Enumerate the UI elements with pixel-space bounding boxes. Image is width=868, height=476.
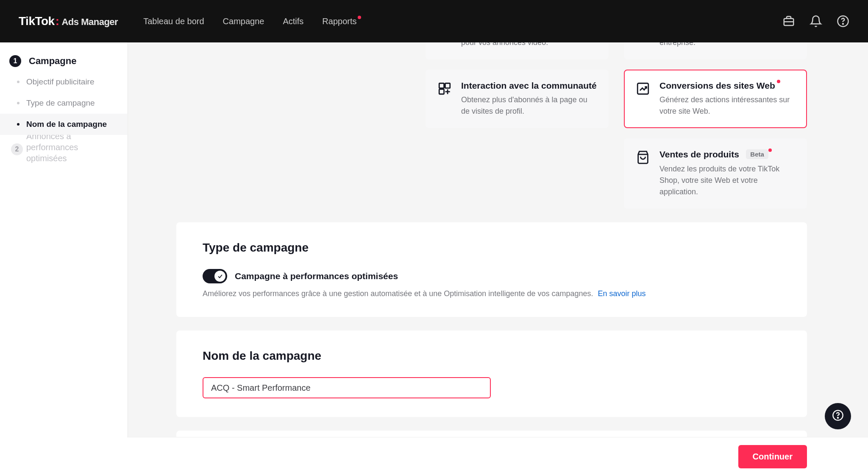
toggle-desc-text: Améliorez vos performances grâce à une g… bbox=[203, 289, 593, 298]
svg-rect-3 bbox=[439, 83, 444, 88]
svg-rect-4 bbox=[445, 83, 450, 88]
panel-heading: Nom de la campagne bbox=[203, 349, 781, 363]
bullet-icon bbox=[17, 123, 19, 126]
objective-title: Ventes de produits bbox=[659, 149, 739, 160]
panel-campaign-name: Nom de la campagne bbox=[176, 330, 807, 417]
notification-dot-icon bbox=[358, 16, 361, 19]
main-content: Obtenez plus de vues et d'engagement pou… bbox=[127, 42, 868, 476]
sidebar-step-campagne[interactable]: 1 Campagne bbox=[0, 51, 127, 71]
toggle-smart-performance[interactable] bbox=[203, 269, 227, 283]
sidebar-step2-cut-text: Annonces à performances optimisées bbox=[26, 135, 119, 164]
objective-desc: Obtenez plus de vues et d'engagement pou… bbox=[461, 42, 597, 48]
objective-title: Interaction avec la communauté bbox=[461, 81, 597, 91]
bullet-icon bbox=[17, 81, 19, 83]
learn-more-link[interactable]: En savoir plus bbox=[598, 289, 646, 298]
sidebar-step-2-partial: Annonces à performances optimisées 2 bbox=[0, 135, 127, 165]
step-number-badge: 2 bbox=[11, 143, 23, 155]
campaign-name-input[interactable] bbox=[203, 377, 491, 398]
help-circle-icon bbox=[832, 409, 844, 423]
toggle-label: Campagne à performances optimisées bbox=[235, 271, 398, 281]
nav-item-label: Rapports bbox=[322, 17, 356, 26]
objective-cards: Obtenez plus de vues et d'engagement pou… bbox=[176, 42, 807, 209]
toggle-knob-icon bbox=[214, 271, 225, 282]
continue-button[interactable]: Continuer bbox=[738, 445, 807, 468]
sidebar: 1 Campagne Objectif publicitaire Type de… bbox=[0, 42, 127, 476]
objective-card-web-conversions[interactable]: Conversions des sites Web Générez des ac… bbox=[624, 70, 807, 128]
nav-tableau-de-bord[interactable]: Tableau de bord bbox=[143, 17, 204, 26]
svg-rect-5 bbox=[439, 89, 444, 94]
step-number-badge: 1 bbox=[9, 55, 21, 67]
notification-dot-icon bbox=[768, 148, 772, 152]
topnav-icons bbox=[782, 15, 849, 28]
community-icon bbox=[437, 81, 452, 96]
sidebar-substep-label: Type de campagne bbox=[26, 98, 95, 108]
nav-campagne[interactable]: Campagne bbox=[223, 17, 264, 26]
help-fab[interactable] bbox=[825, 403, 851, 429]
shopping-bag-icon bbox=[636, 150, 650, 165]
brand-product: Ads Manager bbox=[61, 17, 118, 28]
sidebar-substep-label: Objectif publicitaire bbox=[26, 77, 95, 87]
objective-title-text: Conversions des sites Web bbox=[659, 81, 775, 90]
brand-name: TikTok bbox=[19, 14, 55, 28]
sidebar-substep-nom[interactable]: Nom de la campagne bbox=[0, 114, 127, 135]
notification-dot-icon bbox=[777, 80, 780, 83]
brand-logo[interactable]: TikTok: Ads Manager bbox=[19, 14, 118, 28]
nav-item-label: Tableau de bord bbox=[143, 17, 204, 26]
objective-card-leads[interactable]: Obtenez des prospects pour votre entrepr… bbox=[624, 42, 807, 59]
nav-item-label: Actifs bbox=[283, 17, 303, 26]
objective-card-product-sales[interactable]: Ventes de produits Beta Vendez les produ… bbox=[624, 138, 807, 209]
objective-desc: Vendez les produits de votre TikTok Shop… bbox=[659, 163, 795, 198]
briefcase-icon[interactable] bbox=[782, 15, 795, 28]
toggle-description: Améliorez vos performances grâce à une g… bbox=[203, 289, 781, 298]
sidebar-substep-label: Nom de la campagne bbox=[26, 120, 107, 129]
topnav: TikTok: Ads Manager Tableau de bord Camp… bbox=[0, 0, 868, 42]
objective-card-video-views[interactable]: Obtenez plus de vues et d'engagement pou… bbox=[426, 42, 609, 59]
bell-icon[interactable] bbox=[810, 15, 822, 28]
help-circle-icon[interactable] bbox=[837, 15, 849, 28]
sidebar-substep-type[interactable]: Type de campagne bbox=[0, 92, 127, 114]
svg-point-2 bbox=[843, 23, 843, 24]
bullet-icon bbox=[17, 102, 19, 104]
panel-heading: Type de campagne bbox=[203, 241, 781, 255]
nav-rapports[interactable]: Rapports bbox=[322, 17, 356, 26]
objective-desc: Générez des actions intéressantes sur vo… bbox=[659, 94, 795, 117]
nav-item-label: Campagne bbox=[223, 17, 264, 26]
objective-desc: Obtenez des prospects pour votre entrepr… bbox=[659, 42, 795, 48]
objective-title: Conversions des sites Web bbox=[659, 81, 775, 91]
svg-point-8 bbox=[837, 417, 838, 418]
brand-colon-icon: : bbox=[56, 14, 59, 28]
step-title: Campagne bbox=[29, 56, 76, 67]
beta-badge: Beta bbox=[746, 149, 768, 159]
sidebar-substep-objectif[interactable]: Objectif publicitaire bbox=[0, 71, 127, 92]
objective-card-community[interactable]: Interaction avec la communauté Obtenez p… bbox=[426, 70, 609, 128]
footer-bar: Continuer bbox=[127, 437, 868, 476]
objective-desc: Obtenez plus d'abonnés à la page ou de v… bbox=[461, 94, 597, 117]
topnav-links: Tableau de bord Campagne Actifs Rapports bbox=[143, 17, 356, 26]
trend-up-icon bbox=[636, 81, 650, 96]
panel-campaign-type: Type de campagne Campagne à performances… bbox=[176, 222, 807, 317]
nav-actifs[interactable]: Actifs bbox=[283, 17, 303, 26]
